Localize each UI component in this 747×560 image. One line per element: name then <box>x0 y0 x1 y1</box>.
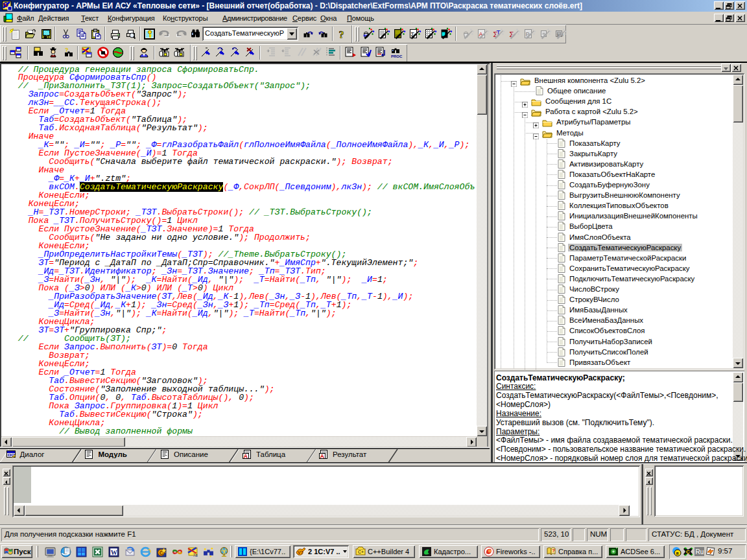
svg-text:V7: V7 <box>298 550 303 555</box>
svg-text:?: ? <box>339 29 344 40</box>
svg-text:Ru: Ru <box>696 548 704 555</box>
svg-text:C+: C+ <box>358 550 364 554</box>
svg-text:?: ? <box>552 548 555 554</box>
svg-text:7a: 7a <box>193 553 198 557</box>
svg-text:A: A <box>320 452 324 459</box>
svg-text:PROC: PROC <box>391 54 403 58</box>
svg-text:C: C <box>686 549 690 555</box>
svg-text:A: A <box>243 452 248 459</box>
svg-text:W: W <box>111 549 117 556</box>
svg-text:я: я <box>676 551 679 555</box>
